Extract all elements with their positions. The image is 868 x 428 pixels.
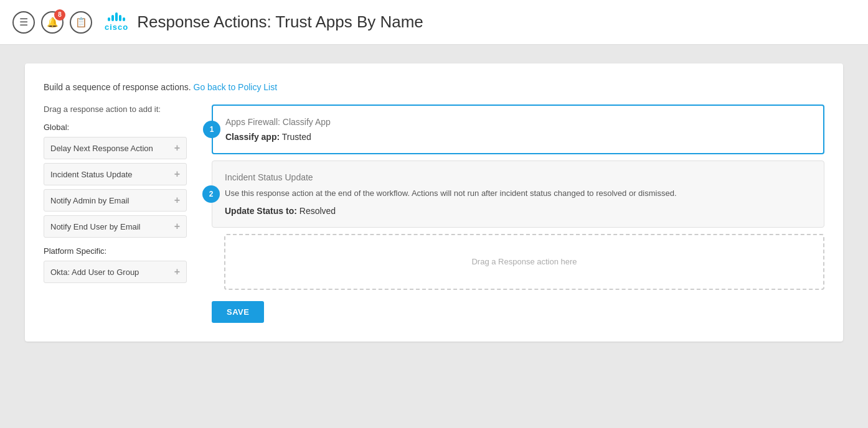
action-label: Delay Next Response Action [50, 144, 153, 153]
list-item[interactable]: Delay Next Response Action + [44, 137, 187, 159]
app-header: ☰ 🔔 8 📋 cisco Response Actions: Trust Ap… [0, 0, 868, 45]
bell-icon[interactable]: 🔔 8 [41, 11, 64, 34]
intro-text: Build a sequence of response actions. [44, 82, 191, 92]
list-item[interactable]: Okta: Add User to Group + [44, 261, 187, 283]
response-cards-wrapper: 1 Apps Firewall: Classify App Classify a… [199, 105, 824, 290]
header-icon-group: ☰ 🔔 8 📋 [12, 11, 92, 34]
drop-zone-label: Drag a Response action here [471, 257, 577, 266]
field-value-2: Resolved [300, 206, 336, 216]
content-layout: Drag a response action to add it: Global… [44, 105, 824, 323]
list-item[interactable]: Notify Admin by Email + [44, 189, 187, 212]
add-icon: + [174, 195, 180, 206]
main-background: Build a sequence of response actions. Go… [0, 45, 868, 428]
field-label-2: Update Status to: [225, 206, 297, 216]
cisco-bar-1 [108, 17, 110, 21]
step-badge-2: 2 [202, 185, 220, 203]
add-icon: + [174, 266, 180, 277]
action-label: Incident Status Update [50, 170, 133, 179]
response-card-field-2: Update Status to: Resolved [225, 206, 811, 216]
response-card-2[interactable]: 2 Incident Status Update Use this respon… [212, 160, 824, 228]
action-label: Okta: Add User to Group [50, 268, 139, 277]
response-card-title-1: Apps Firewall: Classify App [225, 117, 811, 127]
save-button[interactable]: SAVE [212, 301, 264, 323]
add-icon: + [174, 169, 180, 180]
back-link[interactable]: Go back to Policy List [194, 82, 278, 92]
notes-icon[interactable]: 📋 [70, 11, 92, 34]
cisco-bar-5 [123, 17, 125, 21]
action-label: Notify Admin by Email [50, 196, 129, 205]
add-icon: + [174, 142, 180, 154]
step-badge-1: 1 [203, 121, 220, 138]
notification-badge: 8 [54, 9, 65, 21]
sidebar: Drag a response action to add it: Global… [44, 105, 199, 323]
cisco-text: cisco [105, 22, 128, 32]
right-panel: 1 Apps Firewall: Classify App Classify a… [199, 105, 824, 323]
cisco-bars [108, 12, 125, 21]
drop-zone[interactable]: Drag a Response action here [224, 234, 824, 290]
add-icon: + [174, 221, 180, 232]
list-item[interactable]: Notify End User by Email + [44, 215, 187, 238]
response-card-desc-2: Use this response action at the end of t… [225, 187, 811, 200]
field-value-1: Trusted [282, 132, 311, 142]
page-title: Response Actions: Trust Apps By Name [137, 12, 423, 32]
field-label-1: Classify app: [225, 132, 280, 142]
drag-instruction: Drag a response action to add it: [44, 105, 187, 114]
cisco-logo: cisco [105, 12, 128, 32]
response-card-title-2: Incident Status Update [225, 172, 811, 182]
platform-section-label: Platform Specific: [44, 246, 187, 256]
menu-icon[interactable]: ☰ [12, 11, 35, 34]
response-card-field-1: Classify app: Trusted [225, 132, 811, 142]
global-section-label: Global: [44, 123, 187, 132]
card-header: Build a sequence of response actions. Go… [44, 82, 824, 92]
action-label: Notify End User by Email [50, 222, 141, 231]
response-card-1[interactable]: 1 Apps Firewall: Classify App Classify a… [212, 105, 824, 154]
list-item[interactable]: Incident Status Update + [44, 163, 187, 185]
main-card: Build a sequence of response actions. Go… [25, 63, 843, 342]
cisco-bar-4 [119, 15, 121, 21]
cisco-bar-3 [115, 12, 118, 21]
cisco-bar-2 [111, 15, 114, 21]
